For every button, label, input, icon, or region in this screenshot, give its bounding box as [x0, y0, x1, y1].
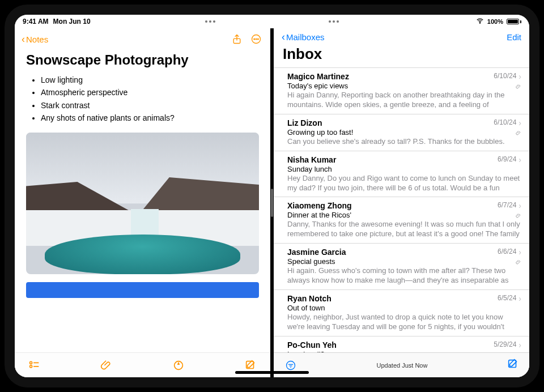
chevron-right-icon: ›: [518, 248, 521, 257]
note-bullet-list[interactable]: Low lighting Atmospheric perspective Sta…: [26, 74, 259, 125]
ellipsis-circle-icon: [250, 33, 262, 45]
mail-toolbar: Updated Just Now: [274, 352, 529, 377]
mail-message-row[interactable]: Po-Chun Yeh5/29/24›Lunch call?: [274, 336, 529, 352]
chevron-right-icon: ›: [518, 72, 521, 81]
mail-edit-button[interactable]: Edit: [507, 32, 521, 42]
battery-icon: [507, 19, 521, 24]
new-note-button[interactable]: [243, 358, 258, 373]
mail-status: Updated Just Now: [298, 362, 507, 369]
attachment-icon: [516, 257, 521, 267]
mail-date: 6/9/24: [498, 155, 516, 163]
svg-point-5: [258, 39, 259, 40]
note-bullet-item[interactable]: Low lighting: [41, 74, 259, 86]
wifi-icon: [476, 17, 484, 26]
mail-back-label: Mailboxes: [286, 32, 325, 42]
mailboxes-back-button[interactable]: ‹ Mailboxes: [282, 32, 325, 42]
svg-point-7: [30, 365, 32, 367]
note-bullet-item[interactable]: Atmospheric perspective: [41, 86, 259, 99]
share-icon: [231, 33, 243, 45]
mail-subject: Today's epic views: [287, 82, 521, 90]
chevron-left-icon: ‹: [282, 32, 285, 42]
filter-icon: [285, 360, 296, 371]
note-title[interactable]: Snowscape Photography: [26, 52, 259, 68]
note-image-snowscape[interactable]: [26, 133, 259, 274]
mail-subject: Growing up too fast!: [287, 128, 521, 137]
chevron-right-icon: ›: [518, 118, 521, 127]
filter-button[interactable]: [284, 359, 298, 372]
notes-pane: ‹ Notes Snowscape Photography Low lighti…: [15, 28, 270, 377]
checklist-button[interactable]: [27, 358, 42, 373]
mail-pane: ‹ Mailboxes Edit Inbox Magico Martinez6/…: [274, 28, 529, 377]
svg-point-3: [254, 39, 255, 40]
chevron-right-icon: ›: [518, 340, 521, 350]
svg-point-0: [479, 23, 480, 23]
paperclip-icon: [100, 359, 113, 372]
mail-subject: Out of town: [287, 304, 521, 312]
mail-date: 6/5/24: [498, 294, 516, 302]
mail-preview: Hi again Danny, Reporting back on anothe…: [287, 91, 521, 110]
note-bullet-item[interactable]: Stark contrast: [41, 99, 259, 112]
mail-sender: Po-Chun Yeh: [287, 340, 494, 350]
attachment-icon: [516, 82, 521, 92]
mail-sender: Liz Dizon: [287, 118, 494, 127]
status-bar: 9:41 AM Mon Jun 10 100%: [15, 15, 529, 28]
compose-icon: [507, 358, 519, 370]
note-image-second[interactable]: [26, 282, 259, 298]
mail-preview: Danny, Thanks for the awesome evening! I…: [287, 220, 521, 239]
checklist-icon: [28, 359, 41, 372]
mail-message-row[interactable]: Liz Dizon6/10/24›Growing up too fast!Can…: [274, 114, 529, 151]
svg-point-4: [256, 39, 257, 40]
compose-mail-button[interactable]: [507, 358, 519, 373]
mail-sender: Magico Martinez: [287, 72, 494, 81]
mail-subject: Dinner at the Ricos': [287, 211, 521, 219]
share-button[interactable]: [230, 32, 244, 46]
attachment-icon: [516, 128, 521, 138]
attach-button[interactable]: [99, 358, 114, 373]
chevron-right-icon: ›: [518, 294, 521, 303]
markup-button[interactable]: [171, 358, 186, 373]
chevron-right-icon: ›: [518, 155, 521, 164]
attachment-icon: [516, 211, 521, 221]
battery-percent: 100%: [487, 18, 503, 25]
mail-preview: Howdy, neighbor, Just wanted to drop a q…: [287, 313, 521, 332]
mail-subject: Sunday lunch: [287, 165, 521, 173]
mail-message-row[interactable]: Jasmine Garcia6/6/24›Special guestsHi ag…: [274, 244, 529, 290]
mail-sender: Xiaomeng Zhong: [287, 201, 498, 210]
mail-date: 6/6/24: [498, 248, 516, 255]
chevron-right-icon: ›: [518, 201, 521, 210]
notes-toolbar: [15, 352, 270, 377]
mail-message-row[interactable]: Magico Martinez6/10/24›Today's epic view…: [274, 67, 529, 114]
mail-sender: Jasmine Garcia: [287, 248, 498, 257]
svg-point-6: [30, 361, 32, 364]
mail-date: 6/10/24: [494, 72, 516, 80]
status-time: 9:41 AM: [23, 18, 49, 25]
mail-date: 6/7/24: [498, 201, 516, 209]
multitask-dots-right[interactable]: [329, 20, 339, 23]
more-button[interactable]: [249, 32, 264, 46]
mail-sender: Nisha Kumar: [287, 155, 498, 164]
mail-preview: Hey Danny, Do you and Rigo want to come …: [287, 174, 521, 193]
svg-point-10: [287, 361, 295, 369]
mail-message-row[interactable]: Ryan Notch6/5/24›Out of townHowdy, neigh…: [274, 290, 529, 336]
status-date: Mon Jun 10: [53, 18, 91, 25]
chevron-left-icon: ‹: [22, 34, 25, 44]
divider-handle[interactable]: [271, 189, 273, 217]
mail-date: 5/29/24: [494, 340, 516, 348]
mail-sender: Ryan Notch: [287, 294, 498, 303]
mail-subject: Lunch call?: [287, 350, 521, 352]
mail-message-list[interactable]: Magico Martinez6/10/24›Today's epic view…: [274, 67, 529, 352]
mail-subject: Special guests: [287, 257, 521, 266]
mail-message-row[interactable]: Nisha Kumar6/9/24›Sunday lunchHey Danny,…: [274, 151, 529, 198]
home-indicator[interactable]: [235, 371, 309, 374]
mail-preview: Hi again. Guess who's coming to town wit…: [287, 266, 521, 286]
mail-message-row[interactable]: Xiaomeng Zhong6/7/24›Dinner at the Ricos…: [274, 197, 529, 244]
mail-date: 6/10/24: [494, 118, 516, 126]
compose-icon: [244, 359, 257, 372]
notes-back-button[interactable]: ‹ Notes: [22, 34, 48, 44]
note-bullet-item[interactable]: Any shots of native plants or animals?: [41, 112, 259, 124]
notes-back-label: Notes: [26, 35, 48, 44]
mail-title: Inbox: [274, 45, 529, 67]
multitask-dots-left[interactable]: [205, 20, 215, 23]
mail-preview: Can you believe she's already so tall? P…: [287, 137, 521, 147]
markup-icon: [172, 359, 185, 372]
